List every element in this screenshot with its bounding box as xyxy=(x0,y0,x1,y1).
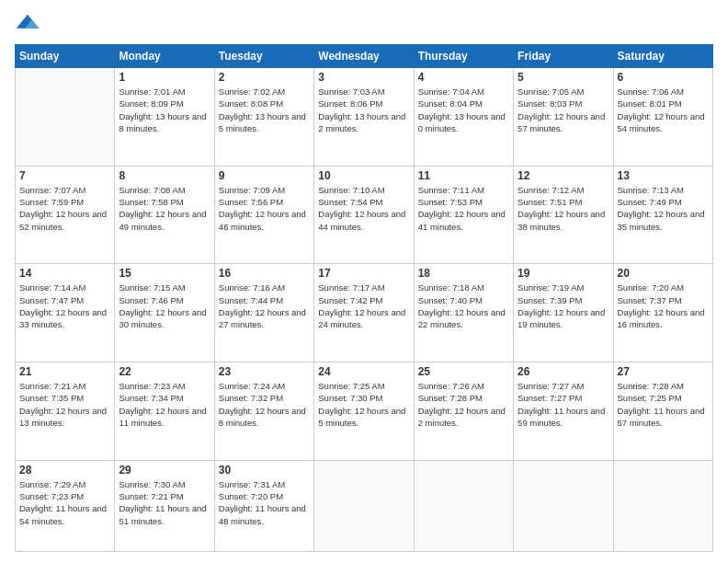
calendar-cell xyxy=(314,460,414,551)
calendar-cell: 13Sunrise: 7:13 AMSunset: 7:49 PMDayligh… xyxy=(613,166,712,264)
calendar-cell: 18Sunrise: 7:18 AMSunset: 7:40 PMDayligh… xyxy=(414,264,513,362)
calendar-cell xyxy=(414,460,513,551)
calendar-cell xyxy=(16,68,115,167)
calendar-cell: 23Sunrise: 7:24 AMSunset: 7:32 PMDayligh… xyxy=(214,362,313,461)
calendar-cell: 25Sunrise: 7:26 AMSunset: 7:28 PMDayligh… xyxy=(414,362,513,461)
day-number: 24 xyxy=(318,365,409,378)
day-number: 17 xyxy=(318,267,409,280)
page: SundayMondayTuesdayWednesdayThursdayFrid… xyxy=(0,0,728,563)
calendar-week-row: 7Sunrise: 7:07 AMSunset: 7:59 PMDaylight… xyxy=(16,166,713,264)
day-info: Sunrise: 7:13 AMSunset: 7:49 PMDaylight:… xyxy=(618,184,709,233)
day-info: Sunrise: 7:25 AMSunset: 7:30 PMDaylight:… xyxy=(318,380,409,429)
day-number: 22 xyxy=(119,365,210,378)
day-number: 6 xyxy=(618,71,709,84)
weekday-header-row: SundayMondayTuesdayWednesdayThursdayFrid… xyxy=(16,45,713,68)
day-info: Sunrise: 7:11 AMSunset: 7:53 PMDaylight:… xyxy=(418,184,509,233)
day-info: Sunrise: 7:20 AMSunset: 7:37 PMDaylight:… xyxy=(618,282,709,330)
calendar-cell: 19Sunrise: 7:19 AMSunset: 7:39 PMDayligh… xyxy=(514,264,613,362)
calendar-cell: 29Sunrise: 7:30 AMSunset: 7:21 PMDayligh… xyxy=(115,460,214,551)
calendar-week-row: 1Sunrise: 7:01 AMSunset: 8:09 PMDaylight… xyxy=(16,68,713,167)
day-number: 2 xyxy=(219,71,310,84)
calendar-week-row: 14Sunrise: 7:14 AMSunset: 7:47 PMDayligh… xyxy=(16,264,713,362)
weekday-header-friday: Friday xyxy=(514,45,613,68)
calendar-cell: 10Sunrise: 7:10 AMSunset: 7:54 PMDayligh… xyxy=(314,166,414,264)
day-info: Sunrise: 7:18 AMSunset: 7:40 PMDaylight:… xyxy=(418,282,509,330)
day-number: 13 xyxy=(618,169,709,182)
weekday-header-thursday: Thursday xyxy=(414,45,513,68)
weekday-header-monday: Monday xyxy=(115,45,214,68)
day-info: Sunrise: 7:06 AMSunset: 8:01 PMDaylight:… xyxy=(618,86,709,134)
logo xyxy=(15,11,44,37)
day-info: Sunrise: 7:01 AMSunset: 8:09 PMDaylight:… xyxy=(119,86,210,134)
day-number: 20 xyxy=(618,267,709,280)
day-number: 1 xyxy=(119,71,210,84)
day-info: Sunrise: 7:14 AMSunset: 7:47 PMDaylight:… xyxy=(19,282,110,330)
day-info: Sunrise: 7:24 AMSunset: 7:32 PMDaylight:… xyxy=(219,380,310,429)
calendar-cell: 22Sunrise: 7:23 AMSunset: 7:34 PMDayligh… xyxy=(115,362,214,461)
day-info: Sunrise: 7:12 AMSunset: 7:51 PMDaylight:… xyxy=(518,184,609,233)
day-number: 18 xyxy=(418,267,509,280)
calendar-cell: 2Sunrise: 7:02 AMSunset: 8:08 PMDaylight… xyxy=(214,68,313,167)
day-number: 5 xyxy=(518,71,609,84)
day-info: Sunrise: 7:04 AMSunset: 8:04 PMDaylight:… xyxy=(418,86,509,134)
weekday-header-wednesday: Wednesday xyxy=(314,45,414,68)
calendar-cell: 20Sunrise: 7:20 AMSunset: 7:37 PMDayligh… xyxy=(613,264,712,362)
day-info: Sunrise: 7:31 AMSunset: 7:20 PMDaylight:… xyxy=(219,478,310,527)
calendar-cell: 24Sunrise: 7:25 AMSunset: 7:30 PMDayligh… xyxy=(314,362,414,461)
calendar-cell: 1Sunrise: 7:01 AMSunset: 8:09 PMDaylight… xyxy=(115,68,214,167)
day-info: Sunrise: 7:15 AMSunset: 7:46 PMDaylight:… xyxy=(119,282,210,330)
day-number: 28 xyxy=(19,464,110,477)
calendar-cell: 17Sunrise: 7:17 AMSunset: 7:42 PMDayligh… xyxy=(314,264,414,362)
day-number: 9 xyxy=(219,169,310,182)
day-number: 19 xyxy=(518,267,609,280)
day-number: 26 xyxy=(518,365,609,378)
day-info: Sunrise: 7:07 AMSunset: 7:59 PMDaylight:… xyxy=(19,184,110,233)
day-info: Sunrise: 7:21 AMSunset: 7:35 PMDaylight:… xyxy=(19,380,110,429)
day-info: Sunrise: 7:19 AMSunset: 7:39 PMDaylight:… xyxy=(518,282,609,330)
calendar-cell: 26Sunrise: 7:27 AMSunset: 7:27 PMDayligh… xyxy=(514,362,613,461)
day-number: 12 xyxy=(518,169,609,182)
calendar-cell: 11Sunrise: 7:11 AMSunset: 7:53 PMDayligh… xyxy=(414,166,513,264)
calendar-cell: 5Sunrise: 7:05 AMSunset: 8:03 PMDaylight… xyxy=(514,68,613,167)
day-info: Sunrise: 7:17 AMSunset: 7:42 PMDaylight:… xyxy=(318,282,409,330)
day-number: 29 xyxy=(119,464,210,477)
day-info: Sunrise: 7:27 AMSunset: 7:27 PMDaylight:… xyxy=(518,380,609,429)
calendar-cell: 3Sunrise: 7:03 AMSunset: 8:06 PMDaylight… xyxy=(314,68,414,167)
weekday-header-saturday: Saturday xyxy=(613,45,712,68)
calendar-week-row: 28Sunrise: 7:29 AMSunset: 7:23 PMDayligh… xyxy=(16,460,713,551)
day-number: 30 xyxy=(219,464,310,477)
weekday-header-sunday: Sunday xyxy=(16,45,115,68)
logo-icon xyxy=(15,11,40,37)
day-number: 23 xyxy=(219,365,310,378)
day-info: Sunrise: 7:26 AMSunset: 7:28 PMDaylight:… xyxy=(418,380,509,429)
day-info: Sunrise: 7:16 AMSunset: 7:44 PMDaylight:… xyxy=(219,282,310,330)
day-number: 15 xyxy=(119,267,210,280)
calendar-cell: 28Sunrise: 7:29 AMSunset: 7:23 PMDayligh… xyxy=(16,460,115,551)
day-number: 7 xyxy=(19,169,110,182)
calendar-cell: 21Sunrise: 7:21 AMSunset: 7:35 PMDayligh… xyxy=(16,362,115,461)
calendar-cell: 9Sunrise: 7:09 AMSunset: 7:56 PMDaylight… xyxy=(214,166,313,264)
day-number: 27 xyxy=(618,365,709,378)
day-info: Sunrise: 7:03 AMSunset: 8:06 PMDaylight:… xyxy=(318,86,409,134)
calendar-cell: 12Sunrise: 7:12 AMSunset: 7:51 PMDayligh… xyxy=(514,166,613,264)
calendar-cell: 16Sunrise: 7:16 AMSunset: 7:44 PMDayligh… xyxy=(214,264,313,362)
calendar-cell: 27Sunrise: 7:28 AMSunset: 7:25 PMDayligh… xyxy=(613,362,712,461)
day-number: 10 xyxy=(318,169,409,182)
day-info: Sunrise: 7:30 AMSunset: 7:21 PMDaylight:… xyxy=(119,478,210,527)
day-info: Sunrise: 7:23 AMSunset: 7:34 PMDaylight:… xyxy=(119,380,210,429)
weekday-header-tuesday: Tuesday xyxy=(214,45,313,68)
calendar-cell: 4Sunrise: 7:04 AMSunset: 8:04 PMDaylight… xyxy=(414,68,513,167)
day-number: 14 xyxy=(19,267,110,280)
day-number: 16 xyxy=(219,267,310,280)
calendar-cell: 30Sunrise: 7:31 AMSunset: 7:20 PMDayligh… xyxy=(214,460,313,551)
day-info: Sunrise: 7:10 AMSunset: 7:54 PMDaylight:… xyxy=(318,184,409,233)
calendar-cell: 15Sunrise: 7:15 AMSunset: 7:46 PMDayligh… xyxy=(115,264,214,362)
day-info: Sunrise: 7:02 AMSunset: 8:08 PMDaylight:… xyxy=(219,86,310,134)
day-info: Sunrise: 7:09 AMSunset: 7:56 PMDaylight:… xyxy=(219,184,310,233)
calendar-cell: 6Sunrise: 7:06 AMSunset: 8:01 PMDaylight… xyxy=(613,68,712,167)
day-number: 11 xyxy=(418,169,509,182)
day-number: 8 xyxy=(119,169,210,182)
day-info: Sunrise: 7:05 AMSunset: 8:03 PMDaylight:… xyxy=(518,86,609,134)
calendar-table: SundayMondayTuesdayWednesdayThursdayFrid… xyxy=(15,44,713,552)
calendar-cell xyxy=(613,460,712,551)
